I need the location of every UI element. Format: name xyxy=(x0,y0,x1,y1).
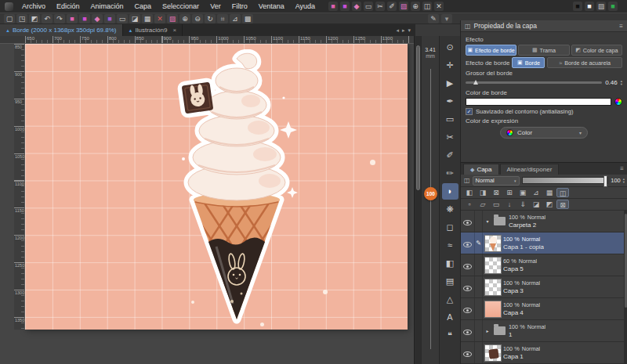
antialias-checkbox[interactable]: ✓ xyxy=(466,108,473,115)
rotate-view-icon[interactable]: ↻ xyxy=(205,14,216,23)
panel-toggle-icon[interactable]: ◫ xyxy=(422,2,432,11)
tool-zoom[interactable]: ⊙ xyxy=(442,39,458,56)
layer-list-scrollbar[interactable] xyxy=(624,211,627,364)
tool-pen[interactable]: ✐ xyxy=(442,147,458,164)
layer-row-capa-3[interactable]: 100 %Normal Capa 3 xyxy=(461,276,627,298)
menu-animación[interactable]: Animación xyxy=(85,0,129,13)
magenta-pen-icon[interactable]: ■ xyxy=(340,2,350,11)
visibility-eye-icon[interactable] xyxy=(462,258,473,272)
zoom-in-icon[interactable]: ⊕ xyxy=(179,14,190,23)
layer-thumbnail[interactable] xyxy=(484,301,502,318)
save-file-icon[interactable]: ◩ xyxy=(29,14,40,23)
dropdown-icon[interactable]: ▾ xyxy=(441,14,452,23)
tool-move[interactable]: ✛ xyxy=(442,57,458,74)
tool-balloon[interactable]: ❝ xyxy=(442,327,458,344)
layer-property-header[interactable]: ◫ Propiedad de la capa ≡ xyxy=(461,20,627,32)
layer-thumbnail[interactable] xyxy=(484,279,502,296)
thickness-spinner[interactable]: ▴▾ xyxy=(621,80,622,86)
panel-menu-icon[interactable]: ≡ xyxy=(620,163,624,175)
layer-row-capa-4[interactable]: 100 %Normal Capa 4 xyxy=(461,298,627,320)
menu-edición[interactable]: Edición xyxy=(51,0,85,13)
effect-layer-color-button[interactable]: ◩ Color de capa xyxy=(571,45,622,56)
opacity-spinner[interactable]: ▴▾ xyxy=(623,178,625,184)
tool-figure[interactable]: △ xyxy=(442,291,458,308)
menu-archivo[interactable]: Archivo xyxy=(16,0,51,13)
tool-marquee[interactable]: ▭ xyxy=(442,111,458,128)
tab-borde[interactable]: ▲ Borde (2000 x 1368px 350dpi 69.8%) xyxy=(0,24,123,36)
zoom-out-icon[interactable]: ⊖ xyxy=(192,14,203,23)
snap-ruler-icon[interactable]: ⊿ xyxy=(230,14,241,23)
brush-size-slider[interactable] xyxy=(430,69,431,349)
transfer-down-icon[interactable]: ↓ xyxy=(503,200,516,209)
menu-capa[interactable]: Capa xyxy=(129,0,158,13)
scrollbar-thumb[interactable] xyxy=(416,45,420,190)
tool-brush[interactable]: ◗ xyxy=(442,183,458,200)
redo-icon[interactable]: ↷ xyxy=(54,14,65,23)
tool-eraser[interactable]: ◻ xyxy=(442,219,458,236)
background-white-icon[interactable]: ■ xyxy=(585,2,594,11)
tool-text[interactable]: A xyxy=(442,309,458,326)
effect-tone-button[interactable]: ▩ Trama xyxy=(518,45,569,56)
expression-color-dropdown[interactable]: Color ▾ xyxy=(500,127,588,139)
new-vector-layer-icon[interactable]: ▱ xyxy=(477,200,489,209)
layer-row-folder-1[interactable]: ▸ 100 %Normal 1 xyxy=(461,320,627,342)
brush-size-badge[interactable]: 100 xyxy=(424,187,437,200)
marquee-icon[interactable]: ▭ xyxy=(364,2,373,11)
pen-nib-icon[interactable]: ✐ xyxy=(387,2,397,11)
opacity-slider[interactable] xyxy=(522,177,609,184)
tool-operation[interactable]: ▶ xyxy=(442,75,458,92)
menu-ventana[interactable]: Ventana xyxy=(253,0,290,13)
new-raster-layer-icon[interactable]: ▫ xyxy=(463,200,476,209)
combine-down-icon[interactable]: ⇓ xyxy=(516,200,529,209)
layer-thumbnail[interactable] xyxy=(484,235,502,252)
pink-screen-icon[interactable]: ▨ xyxy=(399,2,408,11)
color-picker-icon[interactable] xyxy=(614,98,622,106)
grid-toggle-icon[interactable]: ⌗ xyxy=(217,14,228,23)
layer-row-carpeta-2[interactable]: ▾ 100 %Normal Carpeta 2 xyxy=(461,211,627,232)
checker-swatch-icon[interactable]: ▩ xyxy=(242,14,253,23)
folder-expand-icon[interactable]: ▾ xyxy=(484,218,491,224)
pink-brush-icon[interactable]: ■ xyxy=(67,14,78,23)
lock-transparent-icon[interactable]: ⊞ xyxy=(503,188,516,197)
effect-border-button[interactable]: ▣ Efecto de borde xyxy=(466,45,516,56)
visibility-eye-icon[interactable] xyxy=(462,302,473,316)
menu-ver[interactable]: Ver xyxy=(205,0,227,13)
tab-alinear-disponer[interactable]: Alinear/disponer xyxy=(500,164,560,175)
layer-thumbnail[interactable] xyxy=(484,344,502,362)
layer-row-capa-1-copia[interactable]: ✎ 100 %Normal Capa 1 - copia xyxy=(461,232,627,254)
layer-row-capa-5[interactable]: 60 %Normal Capa 5 xyxy=(461,254,627,276)
deselect-icon[interactable]: ▭ xyxy=(117,14,128,23)
palette-icon[interactable]: ◫ xyxy=(464,177,470,184)
pen-settings-icon[interactable]: ✎ xyxy=(428,14,439,23)
quick-mask-icon[interactable]: ▦ xyxy=(142,14,153,23)
screen-green-icon[interactable]: ■ xyxy=(608,2,618,11)
tab-ilustracion9[interactable]: ▲ Ilustración9 × xyxy=(123,24,183,36)
canvas-viewport[interactable] xyxy=(0,36,414,364)
visibility-eye-icon[interactable] xyxy=(462,324,473,338)
slider-thumb[interactable] xyxy=(473,80,478,85)
clip-studio-logo-icon[interactable] xyxy=(5,2,13,11)
tool-blend[interactable]: ≈ xyxy=(442,237,458,254)
next-tab-icon[interactable]: ▸ xyxy=(402,27,405,34)
opacity-value[interactable]: 100 xyxy=(611,177,621,184)
scissors-icon[interactable]: ✂ xyxy=(375,2,385,11)
magenta-pen-icon[interactable]: ■ xyxy=(79,14,90,23)
menu-seleccionar[interactable]: Seleccionar xyxy=(157,0,205,13)
two-pane-view-icon[interactable]: ◫ xyxy=(556,188,569,197)
tool-eyedropper[interactable]: ✒ xyxy=(442,93,458,110)
tool-lasso[interactable]: ✂ xyxy=(442,129,458,146)
tab-close-icon[interactable]: × xyxy=(172,27,176,34)
watercolor-border-button[interactable]: ≈ Borde de acuarela xyxy=(547,57,622,68)
tool-fill[interactable]: ◧ xyxy=(442,255,458,272)
marker-diamond-icon[interactable]: ◆ xyxy=(352,2,361,11)
thickness-value[interactable]: 0.46 xyxy=(605,79,618,86)
prev-tab-icon[interactable]: ◂ xyxy=(396,27,399,34)
zoom-plus-icon[interactable]: ⊕ xyxy=(411,2,420,11)
tab-capa[interactable]: ◆ Capa xyxy=(463,164,499,175)
invert-selection-icon[interactable]: ◪ xyxy=(129,14,140,23)
delete-layer-icon[interactable]: ⊠ xyxy=(556,200,569,209)
set-ruler-icon[interactable]: ⊿ xyxy=(530,188,542,197)
enable-mask-icon[interactable]: ▣ xyxy=(516,188,529,197)
foreground-black-icon[interactable]: ■ xyxy=(573,2,582,11)
canvas-vertical-scrollbar[interactable] xyxy=(414,36,421,364)
